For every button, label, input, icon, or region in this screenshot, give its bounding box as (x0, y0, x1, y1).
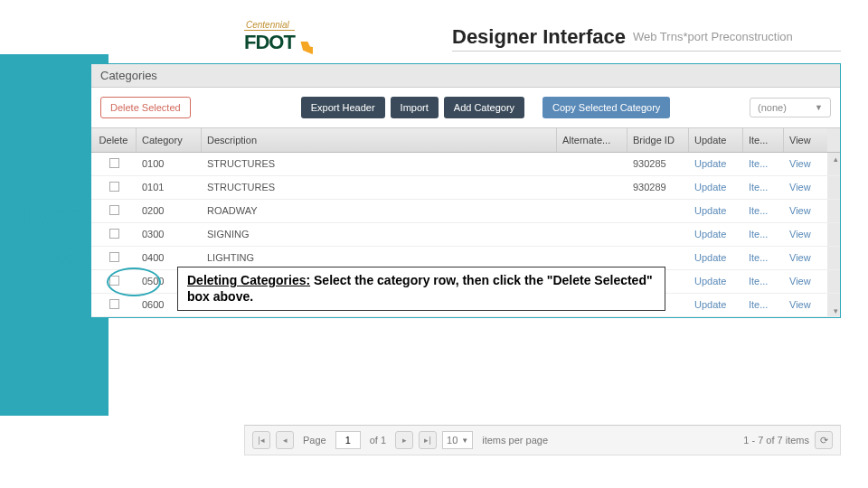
row-checkbox-cell[interactable] (91, 294, 137, 316)
row-view-link[interactable]: View (784, 153, 827, 175)
table-row[interactable]: 0100 STRUCTURES 930285 Update Ite... Vie… (91, 153, 840, 176)
checkbox-icon[interactable] (109, 158, 119, 168)
delete-selected-button[interactable]: Delete Selected (100, 97, 191, 118)
page-title: Designer Interface (452, 25, 626, 49)
row-update-link[interactable]: Update (689, 247, 743, 269)
row-checkbox-cell[interactable] (91, 270, 137, 293)
row-alternate (557, 200, 627, 222)
scroll-gutter (827, 176, 840, 199)
table-row[interactable]: 0101 STRUCTURES 930289 Update Ite... Vie… (91, 176, 840, 200)
row-item-link[interactable]: Ite... (743, 294, 784, 316)
pager-prev-button[interactable]: ◂ (276, 431, 294, 449)
row-bridge-id: 930289 (627, 176, 689, 199)
row-update-link[interactable]: Update (689, 223, 743, 246)
pager-per-page-value: 10 (447, 435, 458, 446)
scroll-up-icon[interactable]: ▴ (834, 155, 838, 164)
scroll-gutter (827, 247, 840, 269)
row-item-link[interactable]: Ite... (743, 200, 784, 222)
row-alternate (557, 153, 627, 175)
checkbox-icon[interactable] (109, 276, 119, 286)
grid-header: Delete Category Description Alternate...… (91, 127, 840, 153)
col-update[interactable]: Update (689, 128, 743, 152)
pager-of-label: of 1 (366, 435, 390, 446)
dropdown-value: (none) (758, 102, 787, 113)
pager-refresh-button[interactable]: ⟳ (815, 431, 833, 449)
add-category-button[interactable]: Add Category (444, 97, 524, 118)
logo-main-text: FDOT (244, 31, 295, 54)
row-view-link[interactable]: View (784, 294, 827, 316)
row-view-link[interactable]: View (784, 223, 827, 246)
row-category: 0200 (137, 200, 202, 222)
row-category: 0300 (137, 223, 202, 246)
header-divider (452, 51, 841, 52)
row-description: STRUCTURES (202, 153, 557, 175)
row-checkbox-cell[interactable] (91, 247, 137, 269)
row-view-link[interactable]: View (784, 270, 827, 293)
table-row[interactable]: 0300 SIGNING Update Ite... View (91, 223, 840, 247)
scroll-gutter (827, 200, 840, 222)
pager-page-input[interactable] (335, 431, 361, 449)
row-item-link[interactable]: Ite... (743, 176, 784, 199)
row-view-link[interactable]: View (784, 247, 827, 269)
pager-first-button[interactable]: |◂ (252, 431, 270, 449)
pager-page-label: Page (299, 435, 330, 446)
copy-selected-category-button[interactable]: Copy Selected Category (542, 97, 670, 118)
callout-heading: Deleting Categories: (187, 273, 310, 287)
row-item-link[interactable]: Ite... (743, 247, 784, 269)
col-alternate[interactable]: Alternate... (557, 128, 627, 152)
checkbox-icon[interactable] (109, 252, 119, 262)
panel-toolbar: Delete Selected Export Header Import Add… (91, 88, 840, 127)
row-item-link[interactable]: Ite... (743, 153, 784, 175)
row-item-link[interactable]: Ite... (743, 270, 784, 293)
logo: Centennial FDOT (244, 20, 322, 54)
checkbox-icon[interactable] (109, 299, 119, 309)
col-bridge-id[interactable]: Bridge ID (627, 128, 689, 152)
scroll-gutter (827, 270, 840, 293)
row-description: ROADWAY (202, 200, 557, 222)
row-bridge-id: 930285 (627, 153, 689, 175)
pager: |◂ ◂ Page of 1 ▸ ▸| 10 ▼ items per page … (244, 425, 841, 455)
pager-last-button[interactable]: ▸| (419, 431, 437, 449)
import-button[interactable]: Import (391, 97, 439, 118)
chevron-down-icon: ▼ (815, 103, 823, 112)
row-checkbox-cell[interactable] (91, 153, 137, 175)
pager-per-page-label: items per page (478, 435, 552, 446)
checkbox-icon[interactable] (109, 205, 119, 215)
col-delete[interactable]: Delete (91, 128, 137, 152)
export-header-button[interactable]: Export Header (301, 97, 385, 118)
row-alternate (557, 176, 627, 199)
row-update-link[interactable]: Update (689, 153, 743, 175)
checkbox-icon[interactable] (109, 229, 119, 239)
row-view-link[interactable]: View (784, 200, 827, 222)
scroll-gutter (827, 223, 840, 246)
category-dropdown[interactable]: (none) ▼ (750, 98, 831, 117)
row-update-link[interactable]: Update (689, 270, 743, 293)
col-item[interactable]: Ite... (743, 128, 784, 152)
chevron-down-icon: ▼ (461, 436, 468, 445)
pager-items-per-page-select[interactable]: 10 ▼ (442, 431, 473, 449)
row-checkbox-cell[interactable] (91, 223, 137, 246)
row-category: 0101 (137, 176, 202, 199)
row-update-link[interactable]: Update (689, 294, 743, 316)
row-checkbox-cell[interactable] (91, 176, 137, 199)
col-category[interactable]: Category (137, 128, 202, 152)
page-subtitle: Web Trns*port Preconstruction (633, 30, 793, 43)
row-view-link[interactable]: View (784, 176, 827, 199)
row-checkbox-cell[interactable] (91, 200, 137, 222)
row-description: STRUCTURES (202, 176, 557, 199)
col-description[interactable]: Description (202, 128, 557, 152)
row-update-link[interactable]: Update (689, 200, 743, 222)
pager-next-button[interactable]: ▸ (395, 431, 413, 449)
row-description: SIGNING (202, 223, 557, 246)
checkbox-icon[interactable] (109, 182, 119, 192)
row-alternate (557, 223, 627, 246)
row-category: 0100 (137, 153, 202, 175)
row-update-link[interactable]: Update (689, 176, 743, 199)
scroll-down-icon[interactable]: ▾ (834, 306, 838, 315)
panel-heading: Categories (91, 64, 840, 88)
col-scroll-gutter (827, 128, 840, 152)
col-view[interactable]: View (784, 128, 827, 152)
table-row[interactable]: 0200 ROADWAY Update Ite... View (91, 200, 840, 223)
row-item-link[interactable]: Ite... (743, 223, 784, 246)
florida-icon (298, 42, 322, 54)
